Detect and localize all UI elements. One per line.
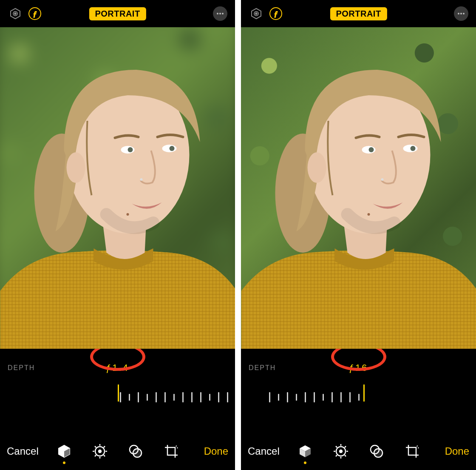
cancel-button[interactable]: Cancel (5, 445, 40, 457)
crop-rotate-icon[interactable] (163, 443, 180, 460)
depth-slider[interactable] (241, 385, 476, 412)
slider-center-tick (118, 385, 119, 402)
photo-preview[interactable] (0, 27, 235, 349)
cancel-button[interactable]: Cancel (246, 445, 281, 457)
svg-line-27 (95, 455, 96, 456)
depth-slider[interactable] (0, 385, 235, 412)
svg-line-24 (95, 446, 96, 447)
f-aperture-icon[interactable]: ƒ (27, 6, 42, 21)
svg-line-25 (104, 455, 105, 456)
svg-point-45 (410, 146, 415, 151)
svg-point-29 (133, 449, 142, 457)
bottom-toolbar: Cancel (241, 433, 476, 470)
mode-pill[interactable]: PORTRAIT (330, 7, 387, 20)
f-aperture-icon[interactable]: ƒ (268, 6, 283, 21)
svg-line-26 (104, 446, 105, 447)
lighting-cube-icon[interactable] (297, 443, 314, 460)
done-button[interactable]: Done (202, 445, 230, 457)
done-button[interactable]: Done (443, 445, 471, 457)
svg-point-41 (307, 152, 326, 183)
svg-point-37 (463, 13, 465, 14)
svg-point-15 (169, 146, 174, 151)
f-value-display: ƒ16 (349, 362, 368, 373)
svg-point-5 (217, 13, 218, 14)
f-value-display: ƒ1.4 (106, 362, 129, 373)
svg-point-35 (458, 13, 459, 14)
filters-circles-icon[interactable] (127, 443, 144, 460)
svg-point-6 (219, 13, 221, 14)
more-button[interactable] (213, 6, 227, 21)
top-bar: ƒ PORTRAIT (241, 0, 476, 27)
depth-row: DEPTH ƒ16 (241, 349, 476, 372)
svg-point-11 (66, 152, 85, 183)
svg-point-19 (99, 450, 101, 453)
svg-line-55 (345, 455, 346, 456)
depth-row: DEPTH ƒ1.4 (0, 349, 235, 372)
svg-point-49 (340, 450, 342, 453)
svg-point-36 (460, 13, 462, 14)
svg-text:ƒ: ƒ (274, 10, 278, 18)
editor-panel-right: ƒ PORTRAIT (241, 0, 476, 470)
svg-point-32 (255, 13, 257, 14)
svg-point-59 (374, 449, 382, 457)
svg-point-47 (367, 213, 370, 216)
portrait-subject (0, 27, 235, 349)
svg-point-43 (368, 147, 374, 152)
editor-panel-left: ƒ PORTRAIT (0, 0, 235, 470)
filters-circles-icon[interactable] (368, 443, 385, 460)
lighting-cube-icon[interactable] (56, 443, 73, 460)
svg-point-46 (381, 178, 383, 181)
svg-point-7 (222, 13, 224, 14)
depth-label: DEPTH (249, 364, 276, 372)
lighting-icon[interactable] (8, 6, 23, 21)
svg-point-17 (126, 213, 129, 216)
tool-icons-row (56, 443, 180, 460)
photo-preview[interactable] (241, 27, 476, 349)
mode-pill[interactable]: PORTRAIT (89, 7, 146, 20)
tool-icons-row (297, 443, 421, 460)
svg-text:ƒ: ƒ (33, 10, 37, 18)
portrait-subject (241, 27, 476, 349)
slider-ticks (269, 392, 360, 402)
depth-label: DEPTH (8, 364, 35, 372)
adjust-dial-icon[interactable] (91, 443, 108, 460)
svg-point-13 (128, 147, 133, 152)
top-bar: ƒ PORTRAIT (0, 0, 235, 27)
svg-point-16 (140, 178, 142, 181)
svg-line-56 (345, 446, 346, 447)
slider-ticks (120, 392, 228, 402)
bottom-toolbar: Cancel (0, 433, 235, 470)
svg-point-2 (14, 13, 16, 14)
svg-line-54 (336, 446, 337, 447)
adjust-dial-icon[interactable] (332, 443, 349, 460)
lighting-icon[interactable] (249, 6, 264, 21)
more-button[interactable] (454, 6, 468, 21)
crop-rotate-icon[interactable] (404, 443, 421, 460)
svg-line-57 (336, 455, 337, 456)
slider-center-tick (363, 385, 365, 402)
